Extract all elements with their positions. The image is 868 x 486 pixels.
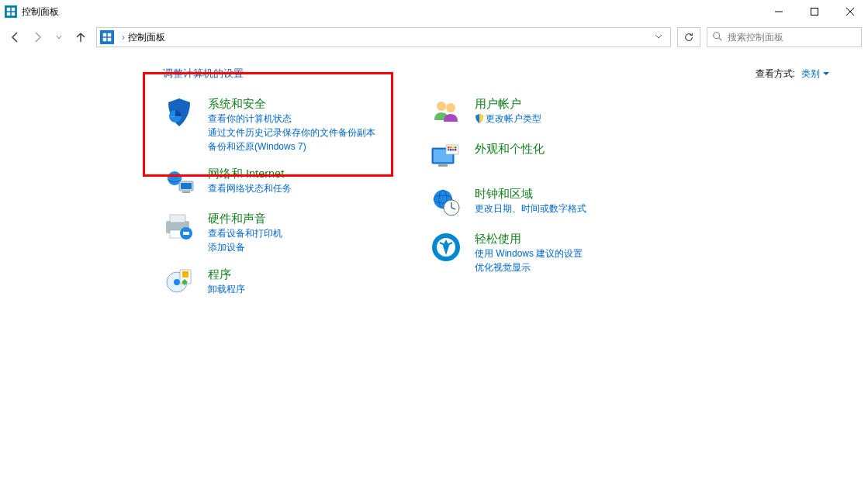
category-link[interactable]: 卸载程序 — [208, 282, 245, 296]
category-programs: 程序 卸载程序 — [163, 267, 375, 299]
category-title[interactable]: 用户帐户 — [475, 96, 541, 112]
category-grid: 系统和安全 查看你的计算机状态 通过文件历史记录保存你的文件备份副本 备份和还原… — [0, 96, 868, 299]
search-input[interactable]: 搜索控制面板 — [707, 27, 862, 47]
svg-rect-38 — [448, 149, 450, 151]
category-link[interactable]: 通过文件历史记录保存你的文件备份副本 — [208, 126, 375, 140]
svg-rect-34 — [448, 146, 450, 149]
svg-rect-41 — [455, 149, 457, 151]
svg-rect-39 — [450, 149, 452, 151]
content-area: 调整计算机的设置 查看方式: 类别 — [0, 51, 868, 299]
svg-rect-24 — [183, 232, 189, 235]
window-controls — [761, 0, 868, 23]
category-title[interactable]: 外观和个性化 — [475, 141, 545, 157]
category-title[interactable]: 系统和安全 — [208, 96, 375, 112]
svg-point-26 — [174, 279, 180, 285]
svg-rect-2 — [7, 12, 11, 16]
maximize-button[interactable] — [797, 0, 832, 23]
svg-rect-40 — [452, 149, 455, 151]
content-header: 调整计算机的设置 查看方式: 类别 — [0, 67, 868, 81]
svg-rect-0 — [7, 8, 11, 12]
window-title: 控制面板 — [22, 5, 59, 19]
category-link[interactable]: 使用 Windows 建议的设置 — [475, 246, 583, 260]
network-icon — [163, 166, 195, 198]
svg-rect-5 — [811, 9, 818, 16]
svg-rect-36 — [452, 146, 455, 149]
ease-icon — [430, 231, 462, 264]
search-icon — [712, 31, 723, 44]
svg-rect-21 — [170, 215, 185, 222]
view-by-control: 查看方式: 类别 — [756, 67, 829, 81]
shield-badge-icon — [475, 114, 484, 123]
category-title[interactable]: 硬件和声音 — [208, 211, 282, 226]
category-title[interactable]: 程序 — [208, 267, 245, 282]
address-dropdown-icon[interactable] — [650, 32, 667, 43]
back-button[interactable] — [6, 28, 25, 47]
view-by-dropdown[interactable]: 类别 — [801, 67, 829, 81]
category-link[interactable]: 添加设备 — [208, 240, 282, 254]
chevron-down-icon — [823, 71, 829, 78]
control-panel-address-icon — [100, 30, 114, 44]
svg-point-30 — [446, 103, 455, 112]
view-by-label: 查看方式: — [756, 67, 795, 81]
svg-line-13 — [719, 37, 722, 40]
shield-icon — [163, 96, 195, 129]
category-link[interactable]: 备份和还原(Windows 7) — [208, 140, 375, 153]
category-appearance-personalization: 外观和个性化 — [430, 141, 586, 174]
printer-icon — [163, 211, 195, 243]
programs-icon — [163, 267, 195, 299]
svg-rect-37 — [455, 146, 457, 149]
window-titlebar: 控制面板 — [0, 0, 868, 23]
clock-icon — [430, 186, 462, 219]
category-ease-of-access: 轻松使用 使用 Windows 建议的设置 优化视觉显示 — [430, 231, 586, 274]
category-user-accounts: 用户帐户 更改帐户类型 — [430, 96, 586, 129]
svg-rect-1 — [12, 8, 16, 12]
close-button[interactable] — [832, 0, 868, 23]
category-left-column: 系统和安全 查看你的计算机状态 通过文件历史记录保存你的文件备份副本 备份和还原… — [163, 96, 375, 299]
address-bar[interactable]: › 控制面板 — [96, 27, 671, 47]
category-link[interactable]: 更改帐户类型 — [475, 112, 541, 126]
refresh-button[interactable] — [677, 27, 700, 47]
nav-toolbar: › 控制面板 搜索控制面板 — [0, 23, 868, 51]
category-system-security: 系统和安全 查看你的计算机状态 通过文件历史记录保存你的文件备份副本 备份和还原… — [163, 96, 375, 153]
category-hardware-sound: 硬件和声音 查看设备和打印机 添加设备 — [163, 211, 375, 254]
appearance-icon — [430, 141, 462, 174]
category-link[interactable]: 查看设备和打印机 — [208, 226, 282, 240]
adjust-settings-label: 调整计算机的设置 — [163, 67, 244, 81]
category-title[interactable]: 网络和 Internet — [208, 166, 292, 181]
svg-rect-11 — [108, 38, 112, 42]
category-link[interactable]: 查看网络状态和任务 — [208, 181, 292, 195]
svg-rect-3 — [12, 12, 16, 16]
svg-rect-18 — [181, 183, 192, 189]
control-panel-icon — [5, 5, 17, 18]
users-icon — [430, 96, 462, 129]
address-text: 控制面板 — [128, 31, 165, 44]
category-right-column: 用户帐户 更改帐户类型 — [430, 96, 586, 299]
forward-button[interactable] — [28, 28, 47, 47]
svg-rect-35 — [450, 146, 452, 149]
svg-rect-28 — [182, 271, 188, 277]
recent-dropdown-icon[interactable] — [50, 28, 68, 47]
svg-rect-8 — [103, 33, 107, 37]
category-link[interactable]: 查看你的计算机状态 — [208, 112, 375, 126]
category-network-internet: 网络和 Internet 查看网络状态和任务 — [163, 166, 375, 198]
minimize-button[interactable] — [761, 0, 797, 23]
category-clock-region: 时钟和区域 更改日期、时间或数字格式 — [430, 186, 586, 219]
svg-rect-9 — [108, 33, 112, 37]
category-title[interactable]: 轻松使用 — [475, 231, 583, 246]
category-title[interactable]: 时钟和区域 — [475, 186, 586, 202]
svg-rect-42 — [438, 164, 448, 167]
chevron-right-icon[interactable]: › — [119, 32, 128, 43]
svg-point-12 — [714, 32, 720, 38]
search-placeholder: 搜索控制面板 — [728, 31, 783, 44]
svg-rect-10 — [103, 38, 107, 42]
category-link[interactable]: 优化视觉显示 — [475, 260, 583, 274]
svg-point-29 — [437, 102, 446, 111]
up-button[interactable] — [71, 28, 90, 47]
svg-rect-19 — [182, 191, 190, 193]
category-link[interactable]: 更改日期、时间或数字格式 — [475, 202, 586, 215]
